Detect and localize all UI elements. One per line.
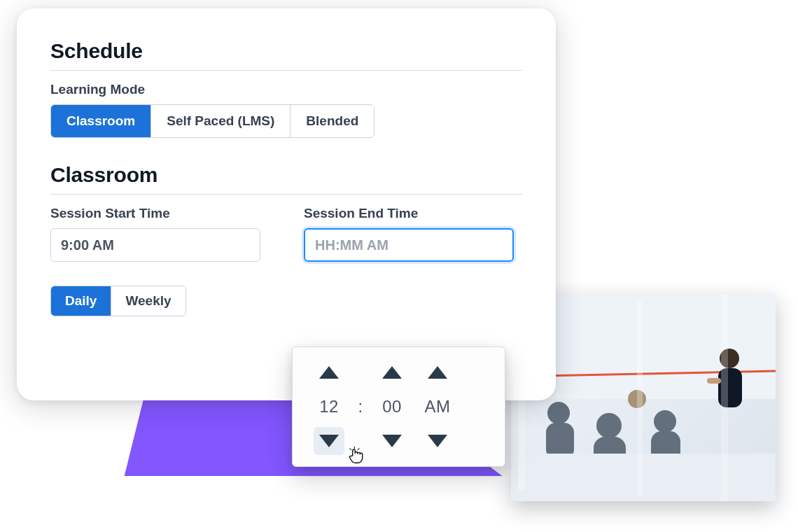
svg-rect-16	[721, 294, 728, 501]
frequency-segmented: Daily Weekly	[50, 286, 186, 316]
meridiem-up-button[interactable]	[422, 358, 453, 386]
picker-separator: :	[358, 397, 363, 416]
chevron-up-icon	[319, 366, 339, 379]
mode-blended-button[interactable]: Blended	[290, 105, 374, 137]
mode-classroom-button[interactable]: Classroom	[51, 105, 151, 137]
svg-rect-13	[511, 454, 776, 501]
hour-up-button[interactable]	[314, 358, 344, 386]
session-start-input[interactable]	[50, 228, 260, 262]
schedule-title: Schedule	[50, 39, 522, 71]
learning-mode-segmented: Classroom Self Paced (LMS) Blended	[50, 104, 374, 138]
session-end-input[interactable]	[304, 228, 514, 262]
svg-point-8	[596, 413, 622, 438]
frequency-daily-button[interactable]: Daily	[51, 286, 111, 316]
schedule-card: Schedule Learning Mode Classroom Self Pa…	[17, 8, 556, 400]
mode-selfpaced-button[interactable]: Self Paced (LMS)	[151, 105, 290, 137]
hour-down-button[interactable]	[314, 427, 344, 455]
picker-hour: 12	[319, 397, 339, 416]
chevron-down-icon	[428, 435, 447, 447]
learning-mode-label: Learning Mode	[50, 82, 522, 97]
minute-up-button[interactable]	[377, 358, 407, 386]
session-end-label: Session End Time	[304, 206, 514, 221]
svg-point-6	[547, 402, 570, 424]
chevron-down-icon	[319, 435, 339, 447]
frequency-weekly-button[interactable]: Weekly	[111, 286, 185, 316]
picker-minute: 00	[382, 397, 402, 416]
chevron-up-icon	[382, 366, 402, 379]
chevron-down-icon	[382, 435, 402, 447]
minute-down-button[interactable]	[377, 427, 407, 455]
time-picker-popover: 12 : 00 AM	[292, 346, 505, 467]
svg-point-10	[654, 410, 676, 433]
svg-rect-5	[707, 378, 721, 384]
picker-meridiem: AM	[425, 397, 451, 416]
chevron-up-icon	[428, 366, 447, 379]
meridiem-down-button[interactable]	[422, 427, 453, 455]
session-start-label: Session Start Time	[50, 206, 260, 221]
svg-rect-15	[637, 301, 643, 497]
classroom-title: Classroom	[50, 163, 522, 195]
